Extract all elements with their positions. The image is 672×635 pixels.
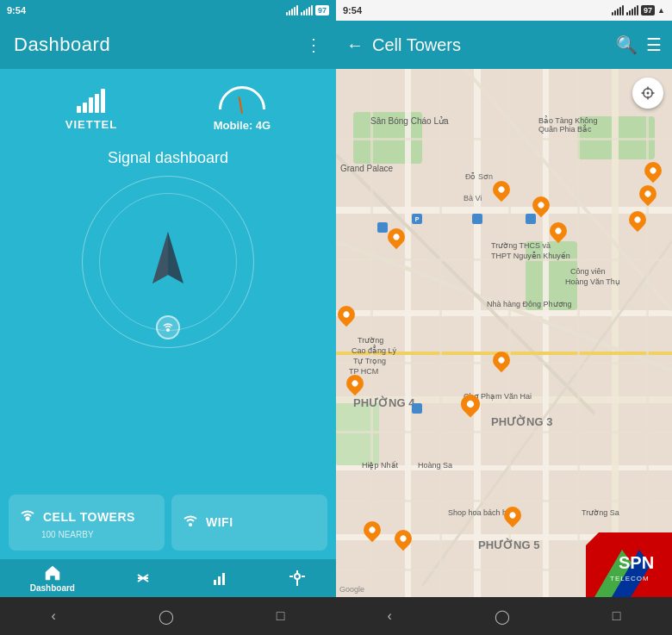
main-content: Dashboard ⋮ VIETTEL [0,21,672,597]
nav-item-location[interactable] [289,570,306,587]
wifi-button[interactable]: WIFI [171,495,327,551]
transit-icon-3 [526,214,536,224]
vs-bar-5 [101,89,105,113]
map-label-truong-cao-dang: Trường [358,336,383,345]
nav-item-chart[interactable] [212,570,229,587]
dashboard-title: Dashboard [14,34,110,56]
time-right: 9:54 [343,5,362,16]
map-label-hoang-sa: Hoàng Sa [418,461,452,470]
location-icon-status: ▲ [657,6,665,15]
transit-icon-1: P [412,214,422,224]
map-label-grand-palace: Grand Palace [340,164,393,173]
transit-icon-2 [472,214,482,224]
spn-telecom-logo: SPN TELECOM [586,532,672,597]
sigr2-bar-1 [626,12,628,16]
time-left: 9:54 [7,5,26,16]
tower-signal-icon [162,321,174,333]
svg-rect-31 [370,69,373,597]
svg-point-4 [189,523,192,526]
more-icon[interactable]: ⋮ [305,34,322,55]
signal-icon-left2 [301,5,313,16]
map-container[interactable]: Sân Bóng Cháo Lửa Grand Palace Bảo Tàng … [336,69,672,597]
cell-tower-svg [19,507,36,524]
gauge-widget [219,86,265,114]
map-label-cao-dang: Cao đẳng Lý [352,346,396,355]
svg-rect-32 [439,69,442,597]
sigr2-bar-3 [632,9,633,16]
map-label-hiep-nhat: Hiệp Nhất [362,461,398,470]
svg-rect-22 [405,69,411,597]
sig-bar-2 [289,10,290,16]
viettel-signal-icon [77,87,105,113]
sig2-bar-4 [308,7,310,16]
map-label-tu-trong: Tự Trọng [353,357,386,365]
sys-recents-icon-left[interactable]: □ [277,608,285,624]
map-label-nha-hang: Nhà hàng Đông Phương [487,300,572,308]
list-icon[interactable]: ☰ [646,34,662,55]
map-label-san-bong: Sân Bóng Cháo Lửa [370,116,449,126]
compass-arrow [134,227,202,296]
cell-towers-button[interactable]: CELL TOWERS 100 NEARBY [9,495,165,551]
mobile-4g-info: Mobile: 4G [214,86,271,132]
locate-button[interactable] [632,78,663,109]
map-label-cong-vien: Công viên [570,267,606,276]
map-label-phuong-5: PHƯỜNG 5 [478,539,539,551]
svg-rect-24 [543,69,549,597]
svg-point-11 [295,574,300,579]
svg-rect-25 [612,69,619,597]
svg-rect-23 [474,69,481,597]
sigr-bar-4 [619,7,621,16]
sigr-bar-3 [617,9,619,16]
bottom-buttons: CELL TOWERS 100 NEARBY WIFI [9,495,327,551]
sigr2-bar-4 [634,7,636,16]
vs-bar-4 [95,94,99,113]
status-bar-right: 9:54 97 ▲ [336,0,672,21]
left-panel: Dashboard ⋮ VIETTEL [0,21,336,597]
spn-logo-svg: SPN TELECOM [586,532,672,597]
sigr2-bar-2 [629,10,631,16]
svg-rect-9 [218,576,221,585]
sys-recents-icon-right[interactable]: □ [613,608,621,624]
svg-rect-39 [336,431,672,433]
sys-home-icon-right[interactable]: ◯ [495,608,510,625]
back-icon[interactable]: ← [346,35,364,55]
svg-point-3 [26,516,30,520]
map-label-do-son: Đỗ Sơn [465,172,493,181]
status-icons-left: 97 [286,5,329,16]
svg-text:SPN: SPN [619,553,654,572]
system-nav: ‹ ◯ □ ‹ ◯ □ [0,597,672,635]
sigr2-bar-5 [637,5,638,16]
search-icon[interactable]: 🔍 [616,34,638,55]
sigr-bar-1 [612,12,613,16]
nav-item-sort[interactable] [134,570,152,587]
signal-dashboard-section: Signal dashboard [0,140,336,486]
map-label-truong-sa: Trường Sa [582,508,619,517]
svg-point-2 [166,328,170,332]
sig-bar-1 [286,12,288,16]
map-label-bao-tang: Bảo Tàng Không [538,116,597,125]
nav-item-dashboard[interactable]: Dashboard [30,564,75,593]
cell-towers-label: CELL TOWERS [43,510,135,524]
sig-bar-4 [294,7,296,16]
svg-rect-10 [222,573,225,585]
dashboard-nav-label: Dashboard [30,583,75,593]
sys-back-icon-right[interactable]: ‹ [388,608,392,624]
wifi-svg [182,511,199,528]
status-bars: 9:54 97 9:54 [0,0,672,21]
map-label-thpt: THPT Nguyễn Khuyến [491,252,570,260]
crosshair-icon [640,85,656,101]
svg-rect-36 [336,138,672,140]
battery-left: 97 [315,5,329,16]
sig2-bar-2 [303,10,305,16]
svg-rect-8 [214,580,216,585]
map-label-ba-vi: Bà Vi [464,194,482,202]
compass-signal-icon [156,315,180,339]
sig-bar-3 [291,9,293,16]
map-label-phuong-3: PHƯỜNG 3 [491,415,552,428]
sort-nav-icon [134,570,152,587]
sys-home-icon-left[interactable]: ◯ [159,608,174,625]
dashboard-nav-icon [44,564,61,582]
map-label-hoang-van-thu: Hoàng Văn Thụ [565,277,620,286]
sys-back-icon-left[interactable]: ‹ [52,608,56,624]
sig-bar-5 [296,5,298,16]
